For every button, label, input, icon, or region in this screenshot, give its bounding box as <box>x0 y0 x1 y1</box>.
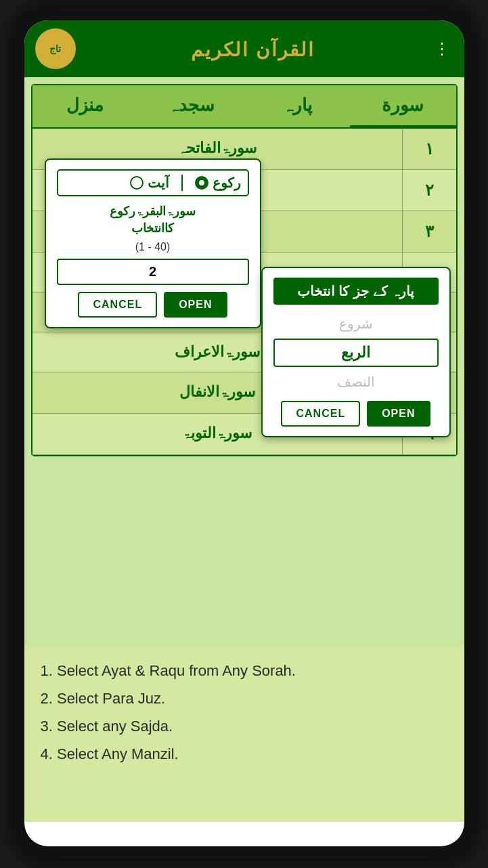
para-open-button[interactable]: OPEN <box>367 401 430 427</box>
instruction-4: 4. Select Any Manzil. <box>41 743 448 765</box>
main-content: سورة پارہ سجدہ منزل ١ سورۃالفاتحہ <box>24 77 464 646</box>
radio-raku[interactable]: رکوع <box>195 175 241 191</box>
popup-raku-buttons: CANCEL OPEN <box>57 292 249 318</box>
app-title: القرآن الكريم <box>76 37 430 62</box>
raku-cancel-button[interactable]: CANCEL <box>78 292 157 318</box>
instruction-2: 2. Select Para Juz. <box>41 687 448 710</box>
three-dots-icon: ⋮ <box>434 39 450 58</box>
phone-frame: تاج القرآن الكريم ⋮ سورة پارہ <box>14 7 474 860</box>
menu-icon[interactable]: ⋮ <box>430 36 453 62</box>
row-number: ٣ <box>402 211 456 252</box>
col-manzil[interactable]: منزل <box>32 85 139 127</box>
row-number: ١ <box>402 129 456 169</box>
col-para[interactable]: پارہ <box>244 85 351 127</box>
raku-number-input[interactable] <box>57 259 249 285</box>
popup-para: پارہ کے جز کا انتخاب شروع الربع النصف CA… <box>261 267 451 437</box>
app-logo: تاج <box>35 28 76 69</box>
raku-label: رکوع <box>213 175 241 191</box>
row-number: ٢ <box>402 170 456 211</box>
popup-para-title: پارہ کے جز کا انتخاب <box>273 278 439 305</box>
para-cancel-button[interactable]: CANCEL <box>281 401 360 427</box>
instruction-3: 3. Select any Sajda. <box>41 715 448 737</box>
para-option-rubع[interactable]: الربع <box>273 339 439 367</box>
logo-text: تاج <box>49 43 61 54</box>
raku-open-button[interactable]: OPEN <box>164 292 227 318</box>
popup-raku: رکوع آیت سورۃالبقرۃرکوع کاانتخاب <box>45 158 261 328</box>
radio-ayat[interactable]: آیت <box>130 175 169 191</box>
radio-group: رکوع آیت <box>130 175 241 191</box>
ayat-radio-circle[interactable] <box>130 176 143 190</box>
col-sajda[interactable]: سجدہ <box>138 85 244 127</box>
ayat-label: آیت <box>148 175 169 191</box>
title-text: القرآن الكريم <box>191 39 315 60</box>
popup-para-buttons: CANCEL OPEN <box>273 401 439 427</box>
para-option-shuru[interactable]: شروع <box>273 311 439 336</box>
radio-divider <box>181 175 183 191</box>
para-option-nisf[interactable]: النصف <box>273 370 439 394</box>
col-surah[interactable]: سورة <box>350 85 456 127</box>
raku-radio-circle[interactable] <box>195 176 208 190</box>
popup-raku-title: سورۃالبقرۃرکوع کاانتخاب <box>57 203 249 237</box>
table-header: سورة پارہ سجدہ منزل <box>32 85 456 129</box>
instruction-1: 1. Select Ayat & Raqu from Any Sorah. <box>41 659 448 682</box>
app-header: تاج القرآن الكريم ⋮ <box>24 20 464 77</box>
instructions-section: 1. Select Ayat & Raqu from Any Sorah. 2.… <box>24 646 464 822</box>
radio-row: رکوع آیت <box>57 169 249 196</box>
popup-raku-range: (1 - 40) <box>57 241 249 253</box>
phone-inner: تاج القرآن الكريم ⋮ سورة پارہ <box>24 20 464 846</box>
